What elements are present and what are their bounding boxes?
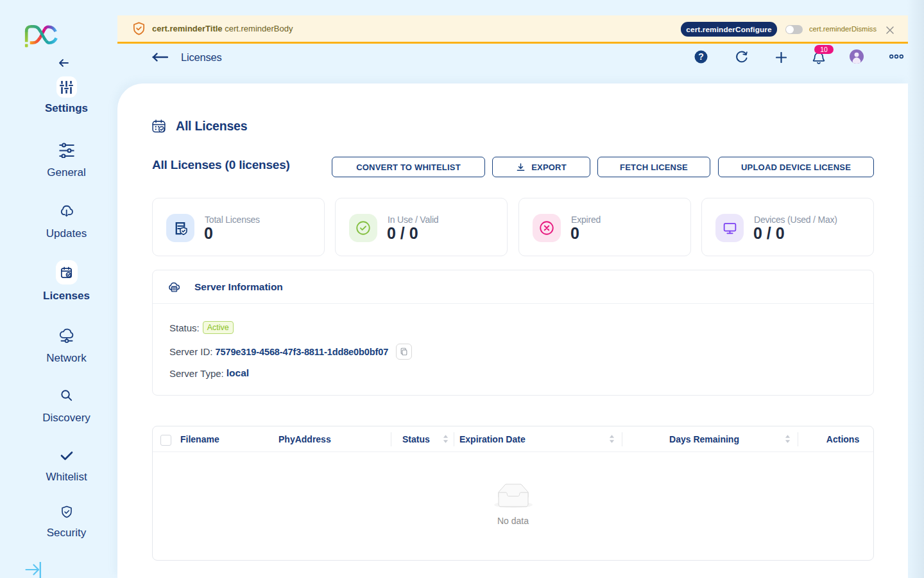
svg-text:?: ? bbox=[698, 51, 704, 62]
